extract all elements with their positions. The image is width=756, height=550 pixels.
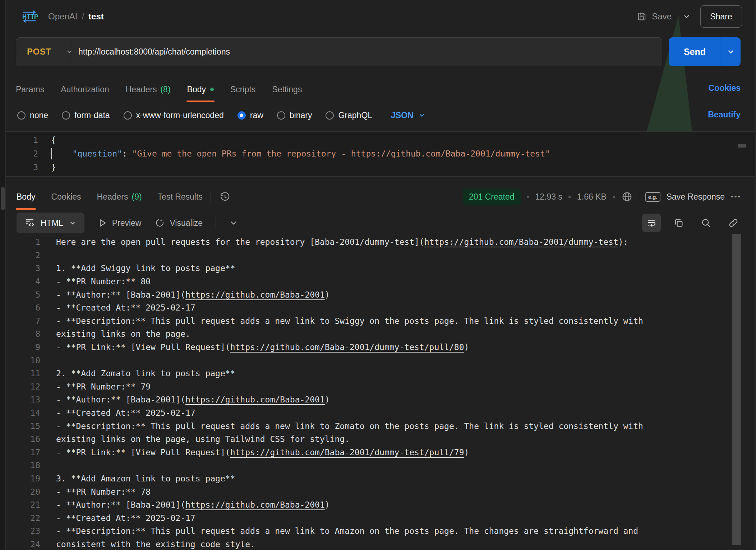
tab-label: Authorization: [61, 85, 109, 94]
response-line-number: 8: [6, 329, 40, 339]
request-tab-headers[interactable]: Headers(8): [126, 77, 171, 102]
body-mode-x-www-form-urlencoded[interactable]: x-www-form-urlencoded: [124, 111, 224, 120]
response-line: 112. **Add Zomato link to posts page**: [6, 367, 730, 380]
body-mode-graphql[interactable]: GraphQL: [326, 111, 372, 120]
editor-line-number: 3: [6, 163, 38, 172]
response-tab-body[interactable]: Body: [17, 184, 35, 210]
body-mode-none[interactable]: none: [17, 111, 48, 120]
response-line-number: 6: [6, 303, 40, 312]
language-selector[interactable]: JSON: [391, 111, 426, 120]
radio-label: form-data: [74, 111, 110, 120]
search-button[interactable]: [697, 214, 715, 232]
editor-line[interactable]: 3}: [6, 160, 755, 174]
editor-token: "Give me the open PRs from the repositor…: [132, 149, 550, 158]
response-scrollbar-thumb[interactable]: [732, 234, 741, 545]
cookies-link[interactable]: Cookies: [709, 83, 741, 93]
editor-token: :: [122, 149, 132, 158]
code-view-icon: [24, 218, 35, 228]
radio-icon: [17, 111, 26, 120]
response-line-text: - **PR Number:** 78: [56, 487, 151, 497]
tab-label: Body: [187, 85, 206, 94]
network-globe-icon[interactable]: [621, 191, 633, 202]
request-tab-authorization[interactable]: Authorization: [61, 77, 109, 102]
response-line-number: 2: [6, 251, 40, 260]
breadcrumb-collection[interactable]: OpenAI: [48, 11, 77, 22]
response-link[interactable]: https://github.com/Baba-2001: [185, 290, 325, 299]
response-tab-headers[interactable]: Headers(9): [97, 184, 142, 210]
request-tab-settings[interactable]: Settings: [272, 77, 302, 102]
text-cursor: [51, 148, 52, 159]
response-line-number: 19: [6, 474, 40, 483]
response-line-text: existing links on the page, using Tailwi…: [56, 434, 350, 444]
response-line: 15- **Description:** This pull request a…: [6, 419, 730, 433]
request-tab-scripts[interactable]: Scripts: [230, 77, 255, 102]
link-button[interactable]: [724, 214, 743, 232]
send-options-chevron[interactable]: [721, 37, 741, 66]
toolbar-chevron-icon[interactable]: [229, 218, 238, 228]
response-line-number: 14: [6, 408, 40, 418]
url-row: POST Send: [16, 37, 741, 66]
radio-icon: [62, 111, 70, 120]
editor-line[interactable]: 1{: [6, 133, 755, 147]
response-link[interactable]: https://github.com/Baba-2001/dummy-test/…: [230, 342, 464, 352]
response-link[interactable]: https://github.com/Baba-2001: [185, 500, 325, 509]
request-body-editor[interactable]: 1{2 "question": "Give me the open PRs fr…: [6, 131, 755, 177]
body-mode-binary[interactable]: binary: [277, 111, 312, 120]
response-size[interactable]: 1.66 KB: [577, 192, 607, 202]
copy-button[interactable]: [669, 214, 688, 232]
share-button[interactable]: Share: [700, 5, 742, 28]
editor-line-content: "question": "Give me the open PRs from t…: [51, 148, 550, 159]
response-link[interactable]: https://github.com/Baba-2001/dummy-test/…: [230, 448, 464, 457]
body-mode-form-data[interactable]: form-data: [62, 111, 110, 120]
editor-line[interactable]: 2 "question": "Give me the open PRs from…: [6, 147, 755, 160]
response-format-label: HTML: [41, 218, 63, 228]
preview-button[interactable]: Preview: [97, 218, 142, 228]
breadcrumb-request-name[interactable]: test: [88, 11, 104, 22]
response-body[interactable]: 1Here are the open pull requests for the…: [6, 236, 730, 550]
example-icon: e.g.: [645, 192, 660, 202]
response-time[interactable]: 12.93 s: [535, 192, 562, 202]
response-line-text: existing links on the page.: [56, 329, 190, 339]
response-line: 4- **PR Number:** 80: [6, 275, 730, 288]
beautify-link[interactable]: Beautify: [708, 110, 741, 120]
tab-count-badge: (9): [132, 192, 142, 202]
response-more-menu[interactable]: •••: [731, 193, 741, 201]
history-icon[interactable]: [219, 191, 231, 203]
response-format-selector[interactable]: HTML: [17, 213, 84, 233]
request-tab-params[interactable]: Params: [16, 77, 44, 102]
status-badge[interactable]: 201 Created: [463, 189, 521, 205]
url-input[interactable]: [71, 38, 662, 66]
response-link[interactable]: https://github.com/Baba-2001: [185, 395, 325, 404]
left-rail-scroll-indicator[interactable]: [1, 187, 5, 210]
request-tab-body[interactable]: Body: [187, 77, 214, 102]
response-line-text: consistent with the existing code style.: [56, 540, 255, 549]
save-options-chevron-icon[interactable]: [682, 12, 691, 21]
body-mode-raw[interactable]: raw: [238, 111, 263, 120]
method-selector[interactable]: POST: [16, 47, 71, 57]
visualize-button[interactable]: Visualize: [154, 218, 203, 228]
tab-label: Settings: [272, 85, 302, 94]
response-line-number: 17: [6, 448, 40, 457]
send-button[interactable]: Send: [669, 37, 721, 66]
response-tab-cookies[interactable]: Cookies: [51, 184, 81, 210]
radio-label: raw: [250, 111, 263, 120]
svg-text:HTTP: HTTP: [22, 13, 38, 20]
response-line-number: 15: [6, 421, 40, 431]
editor-scrollbar-thumb[interactable]: [738, 144, 746, 148]
save-response-button[interactable]: Save Response: [667, 192, 725, 202]
response-line-number: 9: [6, 342, 40, 352]
response-scrollbar[interactable]: [732, 234, 741, 550]
app-window: HTTP OpenAI / test Save Share: [0, 0, 756, 550]
response-line-number: 20: [6, 487, 40, 497]
response-status-group: 201 Created 12.93 s 1.66 KB e.g. Save Re…: [463, 184, 755, 210]
wrap-text-button[interactable]: [642, 214, 661, 232]
method-label: POST: [27, 47, 51, 57]
radio-icon: [277, 111, 285, 120]
tab-label: Params: [16, 85, 44, 94]
response-link[interactable]: https://github.com/Baba-2001/dummy-test: [424, 237, 618, 247]
save-button[interactable]: Save: [637, 11, 672, 22]
modified-dot-indicator: [210, 88, 214, 91]
radio-icon: [326, 111, 334, 120]
response-tab-test-results[interactable]: Test Results: [158, 184, 203, 210]
response-line-text: - **PR Number:** 80: [56, 277, 151, 286]
